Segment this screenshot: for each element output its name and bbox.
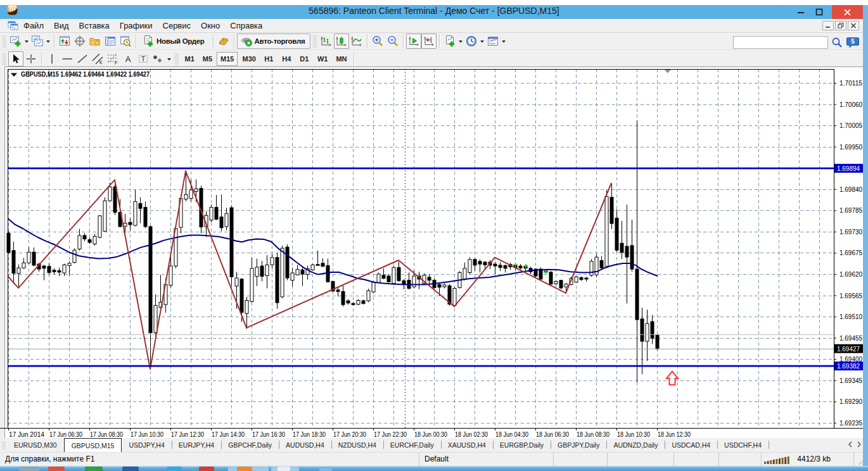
text-button[interactable]: A (120, 51, 136, 66)
cursor-button[interactable] (8, 51, 23, 66)
auto-scroll-button[interactable] (406, 34, 421, 49)
status-profile[interactable]: Default (419, 453, 554, 467)
chart-restore-button[interactable] (835, 21, 846, 30)
menu-графики[interactable]: Графики (115, 20, 158, 32)
timeframe-h1-button[interactable]: H1 (260, 52, 278, 66)
taskbar-app-white-win[interactable] (278, 467, 290, 471)
taskbar-app-gray[interactable] (19, 467, 39, 471)
chart-shift-button[interactable] (421, 34, 437, 49)
templates-button[interactable] (485, 34, 501, 49)
profiles-dropdown[interactable] (45, 34, 51, 49)
indicators-button[interactable] (442, 34, 457, 49)
chart-tab-gbpusd-m15[interactable]: GBPUSD,M15 (64, 438, 122, 452)
tabs-scroll-left[interactable] (848, 441, 853, 449)
strategy-tester-button[interactable] (118, 34, 133, 49)
menu-окно[interactable]: Окно (196, 20, 225, 32)
periods-button[interactable] (464, 34, 479, 49)
trend-line-button[interactable] (75, 51, 90, 66)
navigator-button[interactable] (87, 34, 103, 49)
timeframe-mn-button[interactable]: MN (332, 52, 350, 66)
new-chart-dropdown[interactable] (23, 34, 30, 49)
taskbar-app-red-round[interactable] (48, 467, 65, 471)
chart-tab-usdchf-h4[interactable]: USDCHF,H4 (717, 438, 769, 452)
chart-tab-usdjpy-h4[interactable]: USDJPY,H4 (122, 438, 171, 452)
menu-вид[interactable]: Вид (49, 20, 74, 32)
search-icon[interactable] (831, 37, 843, 48)
chart-tab-eurusd-m30[interactable]: EURUSD,M30 (7, 438, 64, 452)
menu-файл[interactable]: Файл (18, 20, 49, 32)
chart-tab-audusd-h4[interactable]: AUDUSD,H4 (279, 438, 331, 452)
chart-bars-button[interactable] (319, 34, 334, 49)
arrow-objects-button[interactable] (151, 51, 166, 66)
toolbar-separator (354, 52, 354, 66)
taskbar-app-green[interactable] (85, 467, 103, 471)
connection-traffic: 4412/3 kb (797, 453, 831, 466)
autotrading-button[interactable]: Авто-торговля (237, 34, 311, 49)
crosshair-tool-icon (25, 53, 37, 65)
window-minimize-button[interactable] (791, 5, 810, 19)
svg-text:17 Jun 20:30: 17 Jun 20:30 (333, 430, 366, 438)
toolbar-grip[interactable] (312, 35, 317, 47)
windows-taskbar[interactable] (0, 466, 868, 471)
chart-tab-eurgbp-daily[interactable]: EURGBP,Daily (493, 438, 551, 452)
taskbar-app-skyblue[interactable] (167, 467, 182, 471)
menu-вставка[interactable]: Вставка (74, 20, 115, 32)
chart-tab-eurchf-daily[interactable]: EURCHF,Daily (383, 438, 441, 452)
toolbar-grip[interactable] (2, 35, 6, 47)
timeframe-m1-button[interactable]: M1 (181, 52, 198, 66)
data-window-button[interactable] (72, 34, 87, 49)
chart-tab-usdcad-h4[interactable]: USDCAD,H4 (665, 438, 717, 452)
timeframe-h4-button[interactable]: H4 (278, 52, 295, 66)
new-chart-button[interactable] (8, 34, 23, 49)
zoom-out-button[interactable] (385, 34, 400, 49)
search-input[interactable] (734, 37, 827, 48)
indicators-dropdown[interactable] (457, 34, 464, 49)
chart-minimize-button[interactable] (822, 21, 834, 30)
timeframe-m15-button[interactable]: M15 (217, 52, 238, 66)
templates-dropdown[interactable] (501, 34, 507, 49)
zoom-in-button[interactable] (370, 34, 385, 49)
text-label-button[interactable]: T (136, 51, 151, 66)
chart-line-button[interactable] (349, 34, 364, 49)
maximize-icon (815, 8, 823, 16)
toolbar-grip[interactable] (2, 53, 6, 65)
crosshair-button[interactable] (23, 51, 39, 66)
timeframe-m30-button[interactable]: M30 (238, 52, 259, 66)
status-connection[interactable]: 4412/3 kb (762, 453, 854, 467)
menu-сервис[interactable]: Сервис (158, 20, 196, 32)
timeframe-w1-button[interactable]: W1 (314, 52, 332, 66)
timeframe-m5-button[interactable]: M5 (199, 52, 216, 66)
tabs-scroll-right[interactable] (857, 441, 862, 449)
svg-text:17 Jun 06:30: 17 Jun 06:30 (49, 430, 82, 438)
vertical-line-button[interactable] (44, 51, 60, 66)
metaeditor-button[interactable] (216, 34, 231, 49)
taskbar-app-blue-tile[interactable] (319, 467, 332, 471)
mql5-community-icon[interactable]: 5 (846, 37, 859, 48)
equidistant-channel-button[interactable]: E (90, 51, 105, 66)
menu-справка[interactable]: Справка (225, 20, 267, 32)
horizontal-line-button[interactable] (60, 51, 75, 66)
window-maximize-button[interactable] (810, 5, 828, 19)
timeframe-d1-button[interactable]: D1 (296, 52, 313, 66)
fibonacci-button[interactable]: F (105, 51, 120, 66)
chart-tab-gbpjpy-daily[interactable]: GBPJPY,Daily (551, 438, 606, 452)
price-chart[interactable]: 1.701151.700601.700051.699501.698401.697… (0, 66, 868, 440)
chart-candles-button[interactable] (334, 34, 349, 49)
new-order-button[interactable]: Новый Ордер (139, 34, 210, 49)
profiles-button[interactable] (30, 34, 45, 49)
chart-close-button[interactable] (848, 21, 859, 30)
toolbar-grip[interactable] (174, 53, 179, 65)
taskbar-app-orange[interactable] (237, 467, 252, 471)
terminal-button[interactable] (103, 34, 118, 49)
chart-tab-gbpchf-daily[interactable]: GBPCHF,Daily (221, 438, 279, 452)
periods-dropdown[interactable] (479, 34, 485, 49)
window-close-button[interactable] (832, 5, 863, 19)
taskbar-app-blue-tri[interactable] (122, 467, 139, 471)
chart-tab-xauusd-h4[interactable]: XAUUSD,H4 (441, 438, 493, 452)
arrow-objects-dropdown[interactable] (166, 51, 172, 66)
chart-tab-audnzd-daily[interactable]: AUDNZD,Daily (606, 438, 665, 452)
taskbar-app-red-star[interactable] (199, 467, 214, 471)
market-watch-button[interactable] (57, 34, 72, 49)
chart-tab-nzdusd-h4[interactable]: NZDUSD,H4 (331, 438, 383, 452)
chart-tab-eurjpy-h4[interactable]: EURJPY,H4 (172, 438, 221, 452)
